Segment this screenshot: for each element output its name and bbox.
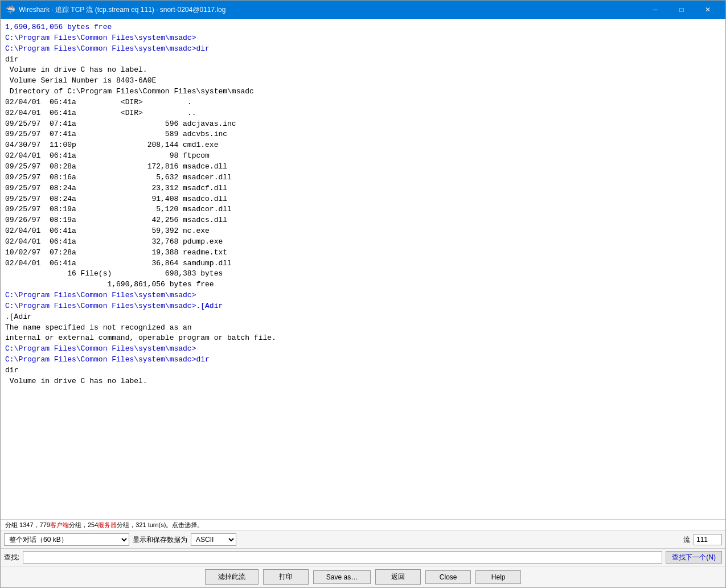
terminal-line: 09/25/97 07:41a 589 adcvbs.inc <box>5 129 721 140</box>
back-button[interactable]: 返回 <box>375 569 421 585</box>
terminal-line: 16 File(s) 698,383 bytes <box>5 269 721 279</box>
content-area: 1,690,861,056 bytes free C:\Program File… <box>1 19 725 587</box>
main-window: 🦈 Wireshark · 追踪 TCP 流 (tcp.stream eq 11… <box>0 0 726 588</box>
terminal-line: C:\Program Files\Common Files\system\msa… <box>5 301 721 312</box>
terminal-line: 1,690,861,056 bytes free <box>5 22 721 33</box>
window-title: Wireshark · 追踪 TCP 流 (tcp.stream eq 111)… <box>19 5 642 15</box>
status-text-middle: 分组，254 <box>69 521 98 529</box>
terminal-line: 1,690,861,056 bytes free <box>5 279 721 290</box>
maximize-button[interactable]: □ <box>668 1 695 19</box>
terminal-line: C:\Program Files\Common Files\system\msa… <box>5 344 721 355</box>
terminal-line: The name specified is not recognized as … <box>5 323 721 334</box>
terminal-line: dir <box>5 55 721 65</box>
terminal-line: 09/25/97 08:19a 5,120 msadcor.dll <box>5 204 721 215</box>
window-controls: ─ □ ✕ <box>642 1 721 19</box>
terminal-line: C:\Program Files\Common Files\system\msa… <box>5 33 721 44</box>
conversation-dropdown[interactable]: 整个对话（60 kB） <box>4 533 129 546</box>
search-input[interactable] <box>23 551 662 564</box>
app-icon: 🦈 <box>5 5 15 15</box>
terminal-line: 09/26/97 08:19a 42,256 msadcs.dll <box>5 215 721 226</box>
close-window-button[interactable]: ✕ <box>695 1 721 19</box>
terminal-line: 02/04/01 06:41a <DIR> .. <box>5 108 721 119</box>
bottom-buttons: 滤掉此流 打印 Save as… 返回 Close Help <box>1 566 725 587</box>
terminal-line: 02/04/01 06:41a 32,768 pdump.exe <box>5 237 721 248</box>
status-bar: 分组 1347，779 客户端 分组，254 服务器 分组，321 turn(s… <box>1 519 725 531</box>
filter-button[interactable]: 滤掉此流 <box>205 569 259 585</box>
terminal-line: 02/04/01 06:41a 98 ftpcom <box>5 151 721 162</box>
terminal-line: C:\Program Files\Common Files\system\msa… <box>5 44 721 55</box>
controls-row: 整个对话（60 kB） 显示和保存数据为 ASCII十六进制转储EBCDIC十六… <box>1 531 725 548</box>
help-button[interactable]: Help <box>475 570 521 584</box>
status-server-text: 服务器 <box>98 521 117 529</box>
terminal-line: Volume Serial Number is 8403-6A0E <box>5 76 721 87</box>
terminal-line: 09/25/97 08:24a 91,408 msadco.dll <box>5 194 721 205</box>
terminal-scroll[interactable]: 1,690,861,056 bytes free C:\Program File… <box>1 19 725 519</box>
status-text-before: 分组 1347，779 <box>5 521 50 529</box>
status-text-after: 分组，321 turn(s)。点击选择。 <box>117 521 203 529</box>
terminal-line: 02/04/01 06:41a 59,392 nc.exe <box>5 226 721 237</box>
print-button[interactable]: 打印 <box>263 569 309 585</box>
search-label: 查找: <box>4 553 19 562</box>
terminal-line: 02/04/01 06:41a <DIR> . <box>5 97 721 108</box>
terminal-line: 09/25/97 07:41a 596 adcjavas.inc <box>5 119 721 130</box>
terminal-line: Volume in drive C has no label. <box>5 376 721 387</box>
terminal-area: 1,690,861,056 bytes free C:\Program File… <box>1 19 725 519</box>
terminal-line: 09/25/97 08:16a 5,632 msadcer.dll <box>5 172 721 183</box>
terminal-line: .[Adir <box>5 312 721 323</box>
display-format-dropdown[interactable]: ASCII十六进制转储EBCDIC十六进制UTF-8UTF-16YAML原始数据 <box>191 533 236 546</box>
stream-input[interactable] <box>694 534 722 545</box>
status-client-text: 客户端 <box>50 521 69 529</box>
terminal-line: Volume in drive C has no label. <box>5 65 721 76</box>
close-button[interactable]: Close <box>425 570 471 584</box>
minimize-button[interactable]: ─ <box>642 1 668 19</box>
terminal-line: Directory of C:\Program Files\Common Fil… <box>5 87 721 97</box>
stream-label: 流 <box>683 535 690 545</box>
terminal-line: 09/25/97 08:28a 172,816 msadce.dll <box>5 162 721 172</box>
terminal-line: internal or external command, operable p… <box>5 333 721 344</box>
save-as-button[interactable]: Save as… <box>313 570 371 584</box>
terminal-line: 10/02/97 07:28a 19,388 readme.txt <box>5 248 721 258</box>
terminal-line: dir <box>5 365 721 376</box>
terminal-line: C:\Program Files\Common Files\system\msa… <box>5 355 721 365</box>
terminal-line: C:\Program Files\Common Files\system\msa… <box>5 290 721 301</box>
titlebar: 🦈 Wireshark · 追踪 TCP 流 (tcp.stream eq 11… <box>1 1 725 19</box>
terminal-line: 09/25/97 08:24a 23,312 msadcf.dll <box>5 183 721 194</box>
terminal-line: 04/30/97 11:00p 208,144 cmd1.exe <box>5 140 721 151</box>
display-label: 显示和保存数据为 <box>133 535 187 545</box>
find-next-button[interactable]: 查找下一个(N) <box>666 551 722 564</box>
terminal-line: 02/04/01 06:41a 36,864 samdump.dll <box>5 258 721 269</box>
search-row: 查找: 查找下一个(N) <box>1 548 725 566</box>
